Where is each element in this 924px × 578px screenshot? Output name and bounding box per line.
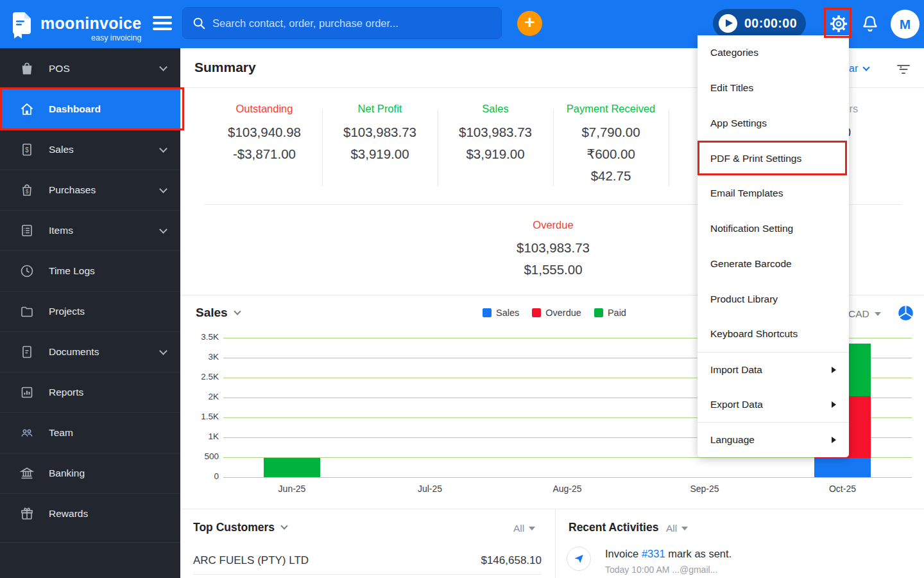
sidebar-item-label: POS	[49, 63, 160, 74]
brand-name: mooninvoice	[40, 15, 142, 31]
stat-value: $103,983.73	[322, 121, 438, 143]
customer-name: ARC FUELS (PTY) LTD	[193, 554, 309, 567]
stat-value: $3,919.00	[322, 143, 438, 165]
search-input[interactable]	[212, 17, 492, 30]
stat-label: Outstanding	[207, 103, 322, 115]
sidebar-item-reports[interactable]: Reports	[0, 372, 180, 412]
svg-text:$: $	[26, 188, 29, 195]
stat-value: $103,983.73	[438, 121, 553, 143]
stat-net-profit: Net Profit $103,983.73 $3,919.00	[322, 103, 438, 165]
menu-item-notification-setting[interactable]: Notification Setting	[697, 211, 849, 247]
top-customers-card: Top Customers All ARC FUELS (PTY) LTD $1…	[180, 509, 555, 578]
stat-label: Sales	[438, 103, 553, 115]
top-customers-title-dropdown[interactable]: Top Customers	[193, 521, 287, 534]
menu-item-import-data[interactable]: Import Data	[697, 352, 849, 387]
menu-item-pdf-print-settings[interactable]: PDF & Print Settings	[697, 141, 849, 176]
triangle-down-icon	[529, 527, 535, 530]
activity-meta: Today 10:00 AM ...@gmail...	[605, 565, 732, 575]
stat-value: $103,940.98	[207, 121, 322, 143]
play-icon[interactable]	[719, 14, 737, 33]
y-axis-tick: 3.5K	[180, 332, 219, 342]
svg-text:$: $	[25, 146, 29, 153]
invoice-link[interactable]: #331	[642, 548, 665, 559]
menu-item-email-templates[interactable]: Email Templates	[697, 176, 849, 211]
settings-gear-icon[interactable]	[828, 13, 849, 34]
stat-sales: Sales $103,983.73 $3,919.00	[438, 103, 553, 165]
y-axis-tick: 2K	[180, 392, 219, 401]
chevron-down-icon	[159, 63, 167, 71]
search-bar[interactable]	[182, 7, 502, 39]
menu-item-language[interactable]: Language	[697, 422, 849, 457]
hamburger-menu-icon[interactable]	[153, 16, 172, 31]
menu-item-edit-titles[interactable]: Edit Titles	[697, 71, 849, 106]
menu-item-app-settings[interactable]: App Settings	[697, 106, 849, 141]
sidebar-item-label: Reports	[49, 387, 166, 398]
chevron-down-icon	[863, 64, 870, 71]
recent-activities-card: Recent Activities All Invoice #331 mark …	[555, 509, 924, 578]
sidebar-item-documents[interactable]: Documents	[0, 331, 180, 372]
home-icon	[19, 101, 35, 117]
sidebar-item-projects[interactable]: Projects	[0, 291, 180, 331]
team-icon	[19, 425, 35, 441]
stat-label: Payment Received	[553, 103, 669, 115]
user-avatar[interactable]: M	[891, 10, 920, 39]
page-title: Summary	[194, 60, 256, 75]
send-icon	[567, 547, 591, 571]
menu-item-categories[interactable]: Categories	[697, 35, 849, 71]
x-axis-tick: Jun-25	[253, 484, 330, 494]
menu-item-product-library[interactable]: Product Library	[697, 281, 849, 317]
notifications-bell-icon[interactable]	[860, 14, 880, 33]
sidebar-item-label: Rewards	[49, 508, 166, 520]
chevron-down-icon	[159, 225, 167, 234]
sidebar-item-label: Items	[49, 225, 160, 236]
sidebar-item-dashboard[interactable]: Dashboard	[0, 89, 180, 129]
sidebar-item-label: Sales	[49, 144, 160, 155]
sidebar-item-label: Team	[49, 427, 166, 439]
brand-logo[interactable]: mooninvoice easy invoicing	[9, 11, 142, 42]
document-icon	[19, 344, 35, 360]
settings-dropdown-menu: Categories Edit Titles App Settings PDF …	[697, 35, 849, 457]
y-axis-tick: 1.5K	[180, 412, 219, 421]
add-new-button[interactable]: +	[517, 11, 542, 36]
menu-item-export-data[interactable]: Export Data	[697, 387, 849, 423]
bar-chart-icon	[19, 385, 35, 400]
sidebar-item-rewards[interactable]: Rewards	[0, 493, 180, 534]
y-axis-tick: 2.5K	[180, 372, 219, 381]
brand-tagline: easy invoicing	[91, 33, 142, 42]
sidebar-item-banking[interactable]: Banking	[0, 453, 180, 493]
folder-icon	[19, 304, 35, 319]
x-axis-tick: Aug-25	[529, 484, 606, 494]
sidebar-item-time-logs[interactable]: Time Logs	[0, 250, 180, 291]
divider	[322, 109, 323, 186]
sidebar-item-sales[interactable]: $ Sales	[0, 129, 180, 170]
sidebar-item-purchases[interactable]: $ Purchases	[0, 170, 180, 210]
timer-value: 00:00:00	[744, 16, 797, 31]
timer-widget[interactable]: 00:00:00	[713, 9, 806, 38]
bar-segment-sales	[814, 458, 871, 477]
sidebar-item-label: Documents	[49, 346, 160, 358]
sidebar-item-items[interactable]: Items	[0, 210, 180, 250]
stat-value: $42.75	[553, 165, 669, 187]
chevron-down-icon	[159, 144, 167, 153]
triangle-down-icon	[681, 527, 688, 530]
chevron-down-icon	[159, 185, 167, 193]
sidebar-footer: ? Get Help	[0, 542, 180, 553]
recent-activities-filter-dropdown[interactable]: All	[666, 523, 688, 534]
sidebar-item-pos[interactable]: POS	[0, 48, 180, 89]
overdue-value: $1,555.00	[495, 259, 611, 281]
menu-item-keyboard-shortcuts[interactable]: Keyboard Shortcuts	[697, 317, 849, 352]
sidebar-item-team[interactable]: Team	[0, 412, 180, 453]
stat-label: Net Profit	[322, 103, 438, 115]
period-dropdown[interactable]: ar	[849, 63, 869, 74]
clock-icon	[19, 263, 35, 279]
menu-item-generate-barcode[interactable]: Generate Barcode	[697, 247, 849, 282]
recent-activities-title-text: Recent Activities	[569, 521, 658, 534]
top-customers-filter-dropdown[interactable]: All	[513, 523, 535, 534]
divider	[553, 109, 554, 186]
x-axis-tick: Jul-25	[391, 484, 468, 494]
stat-value: -$3,871.00	[207, 143, 322, 165]
customer-row[interactable]: ARC FUELS (PTY) LTD $146,658.10	[193, 547, 542, 575]
filter-icon[interactable]	[895, 62, 912, 77]
x-axis-tick: Oct-25	[804, 484, 881, 494]
activity-text: Invoice #331 mark as sent.	[605, 548, 732, 560]
